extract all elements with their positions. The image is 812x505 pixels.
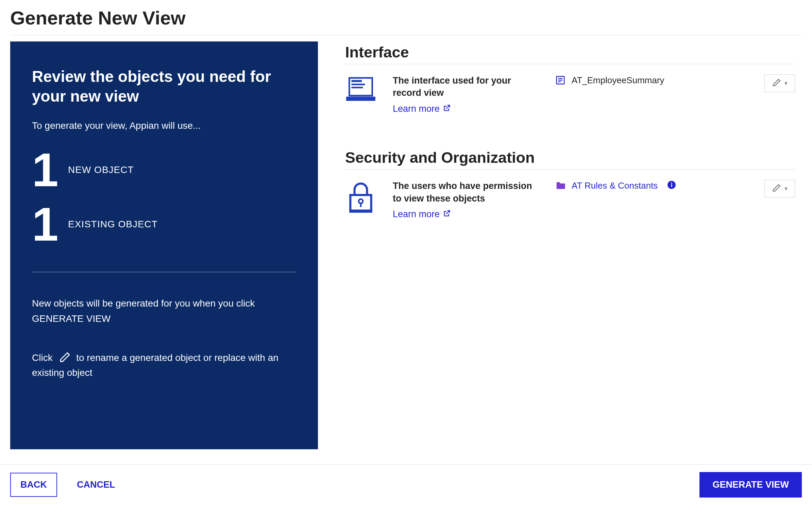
svg-rect-3 <box>351 87 363 88</box>
security-description: The users who have permission to view th… <box>393 180 539 220</box>
new-object-count-row: 1 NEW OBJECT <box>32 146 296 194</box>
rename-note: Click to rename a generated object or re… <box>32 350 296 381</box>
page-title: Generate New View <box>10 7 802 35</box>
security-desc-text: The users who have permission to view th… <box>393 181 532 203</box>
cancel-button[interactable]: CANCEL <box>67 473 125 496</box>
external-link-icon <box>443 208 451 220</box>
security-learn-more-text: Learn more <box>393 208 440 220</box>
interface-section-title: Interface <box>345 43 795 61</box>
external-link-icon <box>443 103 451 115</box>
pencil-icon <box>772 184 781 194</box>
chevron-down-icon: ▾ <box>784 185 788 192</box>
svg-rect-10 <box>349 210 372 213</box>
title-divider <box>10 35 802 35</box>
chevron-down-icon: ▾ <box>784 80 788 87</box>
existing-object-count: 1 <box>32 201 56 248</box>
interface-learn-more-link[interactable]: Learn more <box>393 103 451 115</box>
security-edit-dropdown[interactable]: ▾ <box>764 180 795 197</box>
security-value-link[interactable]: AT Rules & Constants <box>572 180 658 191</box>
security-learn-more-link[interactable]: Learn more <box>393 208 451 220</box>
back-button[interactable]: BACK <box>10 473 57 497</box>
generate-note: New objects will be generated for you wh… <box>32 296 296 327</box>
interface-value: AT_EmployeeSummary <box>555 74 748 88</box>
interface-edit-dropdown[interactable]: ▾ <box>764 74 795 92</box>
folder-icon <box>555 180 565 193</box>
lock-icon <box>345 180 376 216</box>
svg-rect-1 <box>351 80 362 82</box>
interface-description: The interface used for your record view … <box>393 74 539 115</box>
interface-value-text: AT_EmployeeSummary <box>572 75 664 86</box>
rename-prefix: Click <box>32 352 53 363</box>
review-divider <box>32 272 296 272</box>
laptop-icon <box>345 74 376 104</box>
svg-point-15 <box>671 182 672 184</box>
security-value: AT Rules & Constants <box>555 180 748 193</box>
svg-rect-4 <box>346 97 375 101</box>
new-object-label: NEW OBJECT <box>68 164 134 175</box>
interface-row: The interface used for your record view … <box>345 74 795 115</box>
security-section-title: Security and Organization <box>345 149 795 167</box>
footer-left: BACK CANCEL <box>10 473 125 497</box>
pencil-icon <box>772 78 781 88</box>
security-row: The users who have permission to view th… <box>345 180 795 220</box>
footer-bar: BACK CANCEL GENERATE VIEW <box>0 464 812 505</box>
security-divider <box>345 169 795 170</box>
pencil-icon <box>58 352 76 363</box>
svg-rect-14 <box>671 184 672 187</box>
right-panel: Interface The interface used for your re… <box>345 41 802 449</box>
form-icon <box>555 75 565 88</box>
svg-rect-2 <box>351 84 365 85</box>
review-panel: Review the objects you need for your new… <box>10 41 318 449</box>
new-object-count: 1 <box>32 146 56 194</box>
review-heading: Review the objects you need for your new… <box>32 67 296 106</box>
interface-learn-more-text: Learn more <box>393 103 440 115</box>
interface-divider <box>345 64 795 64</box>
existing-object-count-row: 1 EXISTING OBJECT <box>32 201 296 248</box>
existing-object-label: EXISTING OBJECT <box>68 219 158 230</box>
review-subtitle: To generate your view, Appian will use..… <box>32 120 296 131</box>
generate-view-button[interactable]: GENERATE VIEW <box>699 472 802 498</box>
info-icon[interactable] <box>667 180 676 192</box>
interface-desc-text: The interface used for your record view <box>393 75 511 98</box>
